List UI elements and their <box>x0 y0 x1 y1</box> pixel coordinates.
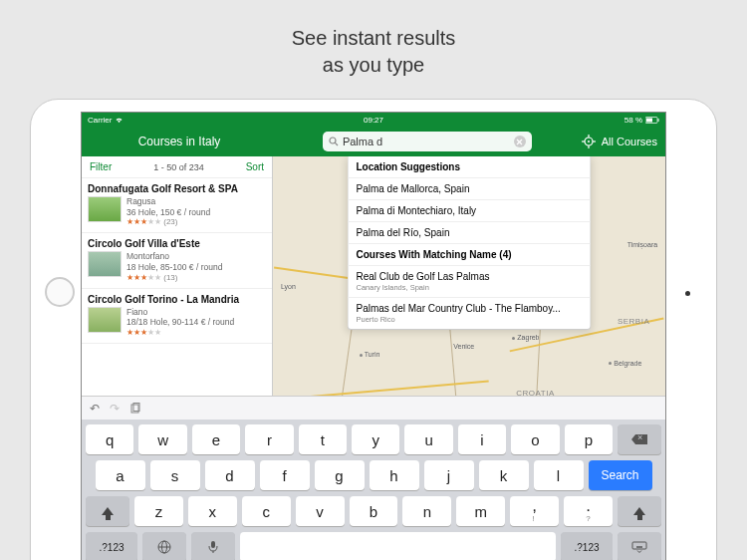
key-t[interactable]: t <box>299 424 347 454</box>
map-label: Timișoara <box>627 241 657 248</box>
key-o[interactable]: o <box>511 424 559 454</box>
keyboard-icon <box>631 541 647 553</box>
list-item[interactable]: Circolo Golf Villa d'Este Montorfano 18 … <box>82 233 272 288</box>
map-label: Venice <box>453 343 474 350</box>
map-label: Lyon <box>281 283 296 290</box>
sort-button[interactable]: Sort <box>246 161 264 172</box>
suggestion-item[interactable]: Palmas del Mar Country Club - The Flambo… <box>349 298 591 329</box>
key-e[interactable]: e <box>192 424 240 454</box>
key-a[interactable]: a <box>96 460 145 490</box>
svg-rect-20 <box>632 542 646 549</box>
key-g[interactable]: g <box>315 460 365 490</box>
search-suggestions: Location Suggestions Palma de Mallorca, … <box>348 156 592 330</box>
keyboard-row: z x c v b n m ,! .? <box>86 496 661 526</box>
key-m[interactable]: m <box>456 496 505 526</box>
mic-key[interactable] <box>191 532 235 560</box>
undo-icon[interactable]: ↶ <box>90 402 100 416</box>
wifi-icon <box>115 117 124 124</box>
clock: 09:27 <box>364 116 383 125</box>
all-courses-button[interactable]: All Courses <box>602 136 657 147</box>
list-item[interactable]: Circolo Golf Torino - La Mandria Fiano 1… <box>82 289 272 344</box>
key-j[interactable]: j <box>424 460 474 490</box>
numbers-key-right[interactable]: .?123 <box>561 532 613 560</box>
battery-icon <box>645 117 659 124</box>
globe-key[interactable] <box>142 532 186 560</box>
mic-icon <box>208 540 218 554</box>
promo-line1: See instant results <box>0 25 747 52</box>
key-h[interactable]: h <box>370 460 419 490</box>
svg-line-4 <box>335 142 338 145</box>
key-period[interactable]: .? <box>564 496 613 526</box>
suggestion-item[interactable]: Palma del Río, Spain <box>349 222 591 244</box>
suggestion-sub: Puerto Rico <box>357 315 583 324</box>
battery-label: 58 % <box>624 116 642 125</box>
shift-icon <box>102 507 114 515</box>
search-input[interactable]: Palma d <box>323 132 532 151</box>
key-x[interactable]: x <box>188 496 237 526</box>
key-r[interactable]: r <box>245 424 293 454</box>
course-rating: ★★★★★ (23) <box>126 217 210 227</box>
key-d[interactable]: d <box>205 460 255 490</box>
space-key[interactable] <box>240 532 556 560</box>
paste-icon[interactable] <box>129 403 141 415</box>
redo-icon[interactable]: ↷ <box>110 402 120 416</box>
key-z[interactable]: z <box>134 496 183 526</box>
key-u[interactable]: u <box>404 424 452 454</box>
course-location: Ragusa <box>126 196 210 207</box>
suggestion-name: Palmas del Mar Country Club - The Flambo… <box>357 303 583 314</box>
key-s[interactable]: s <box>150 460 200 490</box>
svg-rect-18 <box>211 541 215 548</box>
course-location: Montorfano <box>126 251 222 262</box>
course-name: Circolo Golf Villa d'Este <box>88 238 266 249</box>
key-k[interactable]: k <box>479 460 529 490</box>
carrier-label: Carrier <box>88 116 112 125</box>
suggestion-item[interactable]: Real Club de Golf Las Palmas Canary Isla… <box>349 266 591 298</box>
course-rating: ★★★★★ <box>126 328 234 338</box>
course-name: Circolo Golf Torino - La Mandria <box>88 294 266 305</box>
map-label: Turin <box>360 351 380 358</box>
map-country: Serbia <box>618 317 649 326</box>
clear-search-icon[interactable] <box>514 136 526 147</box>
app-screen: Carrier 09:27 58 % Courses in Italy <box>81 112 666 560</box>
list-item[interactable]: Donnafugata Golf Resort & SPA Ragusa 36 … <box>82 178 272 233</box>
keyboard: q w e r t y u i o p a s d f g h j k <box>82 420 665 560</box>
key-i[interactable]: i <box>458 424 506 454</box>
key-v[interactable]: v <box>296 496 345 526</box>
backspace-key[interactable] <box>618 424 661 454</box>
shift-key-right[interactable] <box>618 496 661 526</box>
course-detail: 36 Hole, 150 € / round <box>126 207 210 218</box>
tablet-frame: Carrier 09:27 58 % Courses in Italy <box>30 99 717 560</box>
numbers-key[interactable]: .?123 <box>86 532 137 560</box>
keyboard-row: .?123 .?123 <box>86 532 661 560</box>
search-key[interactable]: Search <box>589 460 652 490</box>
course-detail: 18 Hole, 85-100 € / round <box>126 262 222 273</box>
key-y[interactable]: y <box>352 424 399 454</box>
promo-heading: See instant results as you type <box>0 0 747 99</box>
dismiss-keyboard-key[interactable] <box>618 532 661 560</box>
key-c[interactable]: c <box>242 496 291 526</box>
nav-bar: Courses in Italy Palma d All Courses <box>82 127 665 156</box>
key-comma[interactable]: ,! <box>510 496 559 526</box>
svg-rect-2 <box>646 118 652 122</box>
key-b[interactable]: b <box>350 496 398 526</box>
shift-key[interactable] <box>86 496 129 526</box>
globe-icon <box>157 540 171 554</box>
key-n[interactable]: n <box>402 496 451 526</box>
filter-button[interactable]: Filter <box>90 161 112 172</box>
camera <box>685 291 690 296</box>
key-p[interactable]: p <box>565 424 613 454</box>
course-location: Fiano <box>126 307 234 318</box>
course-name: Donnafugata Golf Resort & SPA <box>88 183 266 194</box>
key-f[interactable]: f <box>260 460 310 490</box>
suggestion-item[interactable]: Palma di Montechiaro, Italy <box>349 200 591 222</box>
suggestion-item[interactable]: Palma de Mallorca, Spain <box>349 178 591 200</box>
key-l[interactable]: l <box>534 460 584 490</box>
map-label: Zagreb <box>512 334 539 341</box>
locate-icon[interactable] <box>582 135 596 148</box>
course-detail: 18/18 Hole, 90-114 € / round <box>126 317 234 328</box>
key-w[interactable]: w <box>138 424 186 454</box>
course-thumbnail <box>88 251 122 277</box>
suggestion-sub: Canary Islands, Spain <box>357 283 583 292</box>
course-thumbnail <box>88 307 122 333</box>
key-q[interactable]: q <box>86 424 133 454</box>
